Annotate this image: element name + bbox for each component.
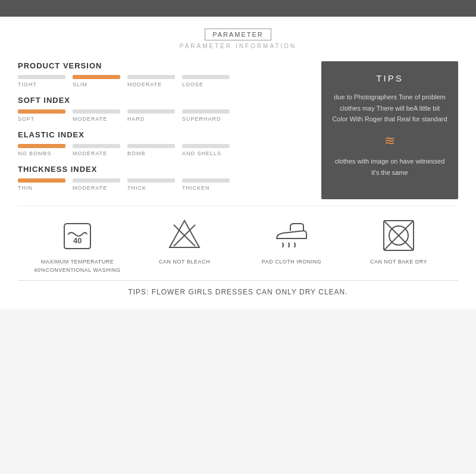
bar-label-andshells: AND SHELLS	[182, 150, 221, 156]
bar-label-hard: HARD	[127, 116, 145, 122]
bar-label-loose: LOOSE	[182, 81, 203, 87]
parameter-header: PARAMETER PARAMETER INFORMATION	[18, 29, 458, 49]
bar-item-tight: TIGHT	[18, 75, 65, 87]
content-row: PRODUCT VERSION TIGHT SLIM MODERATE	[18, 61, 458, 199]
soft-index-bars: SOFT MODERATE HARD SUPERHARD	[18, 109, 309, 122]
bar-item-moderate2: MODERATE	[73, 109, 120, 122]
product-version-section: PRODUCT VERSION TIGHT SLIM MODERATE	[18, 61, 309, 87]
left-panel: PRODUCT VERSION TIGHT SLIM MODERATE	[18, 61, 309, 199]
care-label-bleach: CAN NOT BLEACH	[159, 258, 210, 266]
care-section: 40 MAXIMUM TEMPERATURE40%CONVENTIONAL WA…	[18, 205, 458, 280]
bar-item-moderate: MODERATE	[127, 75, 175, 87]
bar-label-nobombs: NO BOMBS	[18, 150, 52, 156]
bar-label-soft: SOFT	[18, 116, 35, 122]
product-version-title: PRODUCT VERSION	[18, 61, 309, 70]
care-label-washing: MAXIMUM TEMPERATURE40%CONVENTIONAL WASHI…	[34, 258, 120, 274]
bar-thicken	[182, 178, 230, 183]
bar-loose	[182, 75, 230, 79]
main-content: PARAMETER PARAMETER INFORMATION PRODUCT …	[0, 17, 476, 309]
bar-item-soft: SOFT	[18, 109, 65, 122]
soft-index-title: SOFT INDEX	[18, 96, 309, 105]
thickness-index-title: THICKNESS INDEX	[18, 165, 309, 174]
bar-nobombs	[18, 144, 65, 148]
bar-slim	[73, 75, 120, 79]
wave-icon: ≋	[332, 133, 447, 149]
bar-superhard	[182, 109, 230, 114]
bar-label-moderate4: MODERATE	[73, 185, 107, 191]
tips-panel: TIPS due to Photographers Tone of proble…	[321, 61, 458, 199]
bar-item-slim: SLIM	[73, 75, 120, 87]
bar-soft	[18, 109, 65, 114]
bar-andshells	[182, 144, 230, 148]
bar-item-superhard: SUPERHARD	[182, 109, 230, 122]
bar-thin	[18, 178, 65, 183]
bar-moderate	[127, 75, 175, 79]
soft-index-section: SOFT INDEX SOFT MODERATE HARD	[18, 96, 309, 122]
bar-label-tight: TIGHT	[18, 81, 37, 87]
bar-label-moderate: MODERATE	[127, 81, 162, 87]
bar-moderate4	[73, 178, 120, 183]
thickness-index-bars: THIN MODERATE THICK THICKEN	[18, 178, 309, 191]
tips-text1: due to Photographers Tone of problem clo…	[332, 92, 447, 125]
bar-tight	[18, 75, 65, 79]
bar-label-thick: THICK	[127, 185, 146, 191]
svg-text:40: 40	[73, 236, 82, 245]
elastic-index-bars: NO BOMBS MODERATE BOMB AND SHELLS	[18, 144, 309, 156]
bar-moderate2	[73, 109, 120, 114]
bar-hard	[127, 109, 175, 114]
care-item-bleach: CAN NOT BLEACH	[140, 218, 229, 266]
no-bleach-icon	[167, 218, 202, 253]
bar-item-loose: LOOSE	[182, 75, 230, 87]
bar-item-bomb: BOMB	[127, 144, 175, 156]
bar-item-thick: THICK	[127, 178, 175, 191]
care-label-dry: CAN NOT BAKE DRY	[370, 258, 427, 266]
parameter-subtitle: PARAMETER INFORMATION	[18, 43, 458, 49]
bar-item-hard: HARD	[127, 109, 175, 122]
care-item-ironing: PAD CLOTH IRONING	[247, 218, 336, 266]
bar-item-moderate3: MODERATE	[73, 144, 120, 156]
no-dry-icon	[381, 218, 416, 253]
tips-text2: clothes with image on have witnessed it'…	[332, 156, 447, 178]
washing-icon: 40	[60, 218, 95, 253]
bar-item-thin: THIN	[18, 178, 65, 191]
bar-item-andshells: AND SHELLS	[182, 144, 230, 156]
bottom-tip: TIPS: FLOWER GIRLS DRESSES CAN ONLY DRY …	[18, 280, 458, 303]
ironing-icon	[274, 218, 309, 253]
parameter-title: PARAMETER	[205, 29, 271, 40]
care-item-dry: CAN NOT BAKE DRY	[354, 218, 443, 266]
bar-moderate3	[73, 144, 120, 148]
care-label-ironing: PAD CLOTH IRONING	[262, 258, 321, 266]
tips-title: TIPS	[332, 73, 447, 83]
bar-item-thicken: THICKEN	[182, 178, 230, 191]
bar-label-bomb: BOMB	[127, 150, 146, 156]
product-version-bars: TIGHT SLIM MODERATE LOOSE	[18, 75, 309, 87]
bar-label-moderate3: MODERATE	[73, 150, 107, 156]
bar-item-nobombs: NO BOMBS	[18, 144, 65, 156]
bar-bomb	[127, 144, 175, 148]
elastic-index-section: ELASTIC INDEX NO BOMBS MODERATE BOMB	[18, 130, 309, 156]
elastic-index-title: ELASTIC INDEX	[18, 130, 309, 139]
bar-thick	[127, 178, 175, 183]
care-item-washing: 40 MAXIMUM TEMPERATURE40%CONVENTIONAL WA…	[33, 218, 122, 274]
bar-item-moderate4: MODERATE	[73, 178, 120, 191]
thickness-index-section: THICKNESS INDEX THIN MODERATE THICK	[18, 165, 309, 191]
bar-label-thicken: THICKEN	[182, 185, 210, 191]
bar-label-slim: SLIM	[73, 81, 87, 87]
bar-label-superhard: SUPERHARD	[182, 116, 221, 122]
bar-label-thin: THIN	[18, 185, 33, 191]
bar-label-moderate2: MODERATE	[73, 116, 107, 122]
top-bar	[0, 0, 476, 17]
